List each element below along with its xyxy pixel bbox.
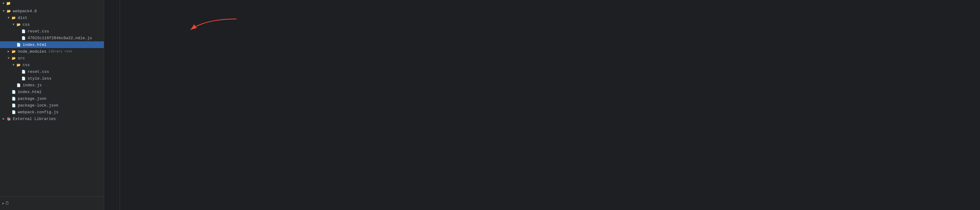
tree-item-icon: 📂: [16, 62, 21, 67]
sidebar: ▼ 📁 ▼📂webpack4.0▼📂dist▼📂css📄reset.css📄47…: [0, 0, 104, 210]
project-icon: 📁: [6, 1, 11, 6]
tree-item-src[interactable]: ▼📂src: [0, 55, 104, 62]
tree-item-reset-css[interactable]: 📄reset.css: [0, 28, 104, 35]
tree-item-label: External Libraries: [13, 117, 56, 121]
tree-item-style-less[interactable]: 📄style.less: [0, 75, 104, 82]
tree-item-label: dist: [18, 16, 27, 20]
tree-item-label: node_modules: [18, 49, 46, 54]
tree-item-icon: 📄: [11, 96, 16, 101]
tree-arrow: ▼: [6, 57, 11, 60]
tree-item-index-html[interactable]: 📄index.html: [0, 41, 104, 48]
tree-item-icon: 📂: [16, 22, 21, 27]
tree-item-icon: 📄: [21, 35, 26, 40]
tree-item-label: index.js: [23, 83, 41, 88]
tree-item-src-css[interactable]: ▼📂css: [0, 62, 104, 68]
tree-item-icon: 📄: [11, 103, 16, 108]
tree-item-bundle-js[interactable]: 📄47015c116f284bc8a32…ndle.js: [0, 35, 104, 41]
tree-item-label: webpack.config.js: [18, 110, 59, 115]
tree-item-label: style.less: [27, 76, 51, 81]
tree-item-tag: library root: [48, 49, 73, 53]
tree-arrow: ▶: [6, 49, 11, 53]
annotation-arrow: [175, 16, 243, 34]
tree-item-label: reset.css: [27, 70, 49, 74]
tree-item-label: package-lock.json: [18, 103, 59, 108]
tree-arrow: ▼: [6, 16, 11, 19]
tree-item-package-lock-json[interactable]: 📄package-lock.json: [0, 102, 104, 109]
code-area: [104, 0, 980, 210]
tree-item-icon: 📚: [6, 116, 12, 121]
file-tree: ▼📂webpack4.0▼📂dist▼📂css📄reset.css📄47015c…: [0, 6, 104, 197]
tree-item-label: reset.css: [27, 29, 49, 34]
tree-item-label: 47015c116f284bc8a32…ndle.js: [27, 36, 92, 40]
tree-item-root-index-html[interactable]: 📄index.html: [0, 89, 104, 95]
tree-arrow: ▼: [11, 23, 16, 26]
tree-item-label: webpack4.0: [13, 9, 37, 13]
tree-item-src-index-js[interactable]: 📄index.js: [0, 82, 104, 89]
tree-item-dist[interactable]: ▼📂dist: [0, 14, 104, 21]
scratches-and-consoles[interactable]: ▶ 🗒: [0, 197, 104, 210]
scratches-icon: 🗒: [5, 201, 9, 206]
tree-item-icon: 📄: [16, 83, 21, 88]
tree-item-src-reset-css[interactable]: 📄reset.css: [0, 68, 104, 75]
tree-item-label: css: [23, 22, 30, 27]
tree-item-icon: 📂: [11, 15, 16, 20]
project-arrow: ▼: [2, 2, 4, 5]
tree-item-icon: 📄: [11, 89, 16, 94]
bottom-arrow-icon: ▶: [2, 202, 4, 205]
tree-item-icon: 📂: [11, 49, 16, 54]
code-content[interactable]: [120, 0, 980, 210]
tree-arrow: ▼: [11, 64, 16, 67]
tree-item-icon: 📄: [11, 110, 16, 115]
tree-item-package-json[interactable]: 📄package.json: [0, 95, 104, 102]
tree-item-icon: 📄: [16, 42, 21, 47]
tree-arrow: ▶: [1, 117, 6, 121]
tree-item-label: index.html: [18, 90, 41, 94]
tree-item-webpack-root[interactable]: ▼📂webpack4.0: [0, 8, 104, 14]
tree-item-label: src: [18, 56, 25, 60]
tree-arrow: ▼: [1, 10, 6, 13]
tree-item-webpack-config-js[interactable]: 📄webpack.config.js: [0, 109, 104, 115]
tree-item-dist-css[interactable]: ▼📂css: [0, 21, 104, 28]
tree-item-node-modules[interactable]: ▶📂node_moduleslibrary root: [0, 48, 104, 55]
tree-item-icon: 📄: [21, 29, 26, 34]
tree-item-label: css: [23, 63, 30, 67]
tree-item-external-libs[interactable]: ▶📚External Libraries: [0, 115, 104, 122]
project-header: ▼ 📁: [0, 0, 104, 6]
line-numbers: [104, 0, 120, 210]
tree-item-icon: 📂: [6, 9, 12, 13]
tree-item-label: package.json: [18, 96, 46, 101]
code-editor: [104, 0, 980, 210]
tree-item-label: index.html: [23, 43, 46, 47]
tree-item-icon: 📂: [11, 56, 16, 60]
tree-item-icon: 📄: [21, 69, 26, 74]
tree-item-icon: 📄: [21, 76, 26, 81]
